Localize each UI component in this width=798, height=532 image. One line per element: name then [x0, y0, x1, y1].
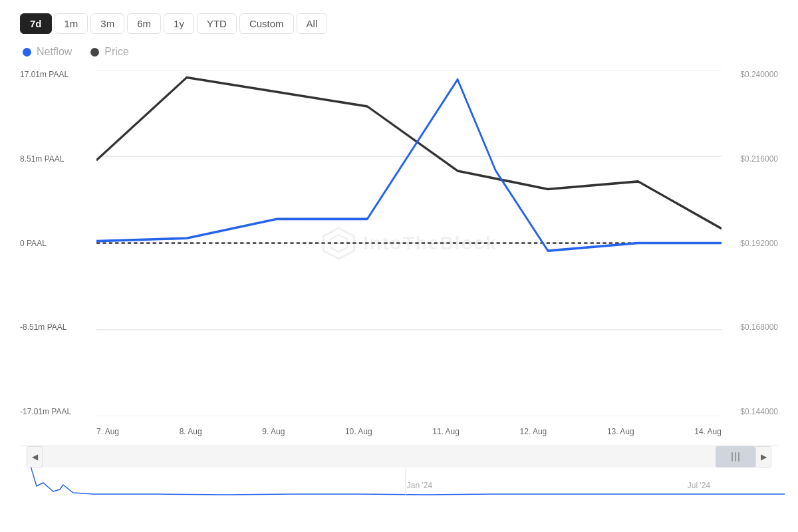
time-btn-6m[interactable]: 6m [127, 13, 161, 34]
x-axis: 7. Aug8. Aug9. Aug10. Aug11. Aug12. Aug1… [96, 420, 722, 443]
mini-labels: Jan '24 Jul '24 [27, 481, 771, 490]
y-right-label-0: $0.240000 [740, 70, 778, 79]
mini-chart-area: Jan '24 Jul '24 ◀ ▶ [20, 446, 778, 525]
chart-wrapper: 17.01m PAAL8.51m PAAL0 PAAL-8.51m PAAL-1… [20, 70, 778, 525]
x-label-6: 13. Aug [607, 427, 634, 436]
mini-label-jul: Jul '24 [688, 481, 710, 490]
y-left-label-2: 0 PAAL [20, 239, 93, 248]
scroll-right-arrow[interactable]: ▶ [755, 446, 771, 467]
scrollbar[interactable]: ◀ ▶ [27, 446, 771, 467]
y-left-label-0: 17.01m PAAL [20, 70, 93, 79]
x-label-0: 7. Aug [96, 427, 119, 436]
x-label-3: 10. Aug [345, 427, 372, 436]
y-axis-right: $0.240000$0.216000$0.192000$0.168000$0.1… [725, 70, 778, 416]
scroll-thumb[interactable] [716, 446, 755, 467]
time-btn-1y[interactable]: 1y [164, 13, 194, 34]
x-label-7: 14. Aug [694, 427, 722, 436]
y-right-label-3: $0.168000 [740, 323, 778, 332]
x-label-2: 9. Aug [262, 427, 285, 436]
legend-label-price: Price [104, 46, 128, 58]
y-left-label-3: -8.51m PAAL [20, 323, 93, 332]
y-right-label-1: $0.216000 [740, 154, 778, 164]
time-btn-3m[interactable]: 3m [90, 13, 124, 34]
chart-svg-container: IntoTheBlock [96, 70, 722, 416]
legend-dot-netflow [23, 48, 31, 57]
y-left-label-4: -17.01m PAAL [20, 407, 93, 416]
y-axis-left: 17.01m PAAL8.51m PAAL0 PAAL-8.51m PAAL-1… [20, 70, 93, 416]
time-btn-custom[interactable]: Custom [239, 13, 294, 34]
scroll-grip [732, 452, 739, 462]
netflow-line [96, 79, 722, 251]
legend-label-netflow: Netflow [37, 46, 72, 58]
legend-item-price: Price [90, 46, 128, 58]
scroll-left-arrow[interactable]: ◀ [27, 446, 43, 467]
x-label-1: 8. Aug [180, 427, 202, 436]
time-btn-all[interactable]: All [297, 13, 328, 34]
time-btn-1m[interactable]: 1m [55, 13, 88, 34]
y-right-label-4: $0.144000 [740, 407, 778, 416]
y-right-label-2: $0.192000 [740, 239, 778, 248]
legend-dot-price [90, 48, 99, 57]
time-btn-ytd[interactable]: YTD [197, 13, 237, 34]
main-container: 7d1m3m6m1yYTDCustomAll NetflowPrice 17.0… [0, 0, 798, 532]
x-label-4: 11. Aug [432, 427, 460, 436]
time-btn-7d[interactable]: 7d [20, 13, 52, 34]
scroll-track[interactable] [43, 446, 755, 467]
x-label-5: 12. Aug [520, 427, 547, 436]
time-range-buttons: 7d1m3m6m1yYTDCustomAll [20, 13, 778, 34]
chart-legend: NetflowPrice [20, 46, 778, 58]
main-chart-svg [96, 70, 722, 416]
y-left-label-1: 8.51m PAAL [20, 154, 93, 164]
mini-label-jan: Jan '24 [407, 481, 432, 490]
legend-item-netflow: Netflow [23, 46, 72, 58]
main-chart: 17.01m PAAL8.51m PAAL0 PAAL-8.51m PAAL-1… [20, 70, 778, 443]
